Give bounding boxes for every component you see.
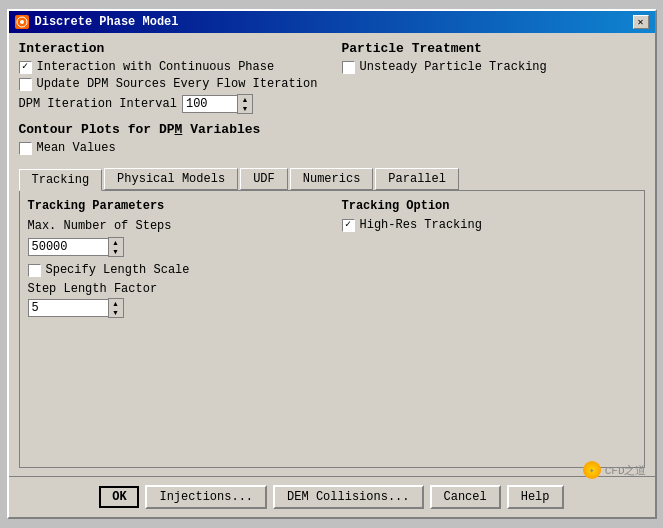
- interaction-checkbox2-label: Update DPM Sources Every Flow Iteration: [37, 77, 318, 91]
- svg-point-1: [20, 20, 24, 24]
- tracking-params: Tracking Parameters Max. Number of Steps…: [28, 199, 322, 459]
- watermark-text: CFD之道: [605, 463, 647, 478]
- dpm-iteration-row: DPM Iteration Interval ▲ ▼: [19, 94, 322, 114]
- app-icon: [15, 15, 29, 29]
- dialog-window: Discrete Phase Model ✕ Interaction Inter…: [7, 9, 657, 519]
- interaction-checkbox1-label: Interaction with Continuous Phase: [37, 60, 275, 74]
- title-bar: Discrete Phase Model ✕: [9, 11, 655, 33]
- dpm-iteration-spin-buttons: ▲ ▼: [237, 94, 253, 114]
- contour-section: Contour Plots for DPM Variables Mean Val…: [19, 122, 645, 158]
- step-length-down[interactable]: ▼: [109, 308, 123, 317]
- particle-title: Particle Treatment: [342, 41, 645, 56]
- tab-udf[interactable]: UDF: [240, 168, 288, 190]
- tab-bar: Tracking Physical Models UDF Numerics Pa…: [19, 168, 645, 190]
- step-length-input[interactable]: [28, 299, 108, 317]
- dpm-iteration-up[interactable]: ▲: [238, 95, 252, 104]
- max-steps-label: Max. Number of Steps: [28, 219, 172, 233]
- top-section: Interaction Interaction with Continuous …: [19, 41, 645, 114]
- tab-physical-models[interactable]: Physical Models: [104, 168, 238, 190]
- max-steps-input[interactable]: [28, 238, 108, 256]
- dialog-title: Discrete Phase Model: [35, 15, 179, 29]
- tracking-option-title: Tracking Option: [342, 199, 636, 213]
- contour-checkbox-row: Mean Values: [19, 141, 645, 155]
- dpm-iteration-input[interactable]: [182, 95, 237, 113]
- tracking-params-title: Tracking Parameters: [28, 199, 322, 213]
- tab-parallel[interactable]: Parallel: [375, 168, 459, 190]
- contour-title-suffix: Variables: [182, 122, 260, 137]
- injections-button[interactable]: Injections...: [145, 485, 267, 509]
- contour-title-prefix: Contour Plots for DP: [19, 122, 175, 137]
- highres-label: High-Res Tracking: [360, 218, 482, 232]
- interaction-checkbox2-row: Update DPM Sources Every Flow Iteration: [19, 77, 322, 91]
- interaction-checkbox1[interactable]: [19, 61, 32, 74]
- step-length-spin-buttons: ▲ ▼: [108, 298, 124, 318]
- step-length-spin: ▲ ▼: [28, 298, 322, 318]
- tracking-option: Tracking Option High-Res Tracking: [342, 199, 636, 459]
- max-steps-spin-buttons: ▲ ▼: [108, 237, 124, 257]
- max-steps-up[interactable]: ▲: [109, 238, 123, 247]
- interaction-checkbox2[interactable]: [19, 78, 32, 91]
- particle-checkbox1-label: Unsteady Particle Tracking: [360, 60, 547, 74]
- contour-checkbox-label: Mean Values: [37, 141, 116, 155]
- particle-checkbox1-row: Unsteady Particle Tracking: [342, 60, 645, 74]
- step-length-up[interactable]: ▲: [109, 299, 123, 308]
- particle-group: Particle Treatment Unsteady Particle Tra…: [342, 41, 645, 114]
- particle-checkbox1[interactable]: [342, 61, 355, 74]
- interaction-title: Interaction: [19, 41, 322, 56]
- tab-tracking[interactable]: Tracking: [19, 169, 103, 191]
- close-button[interactable]: ✕: [633, 15, 649, 29]
- watermark: ✦ CFD之道: [583, 461, 647, 479]
- bottom-bar: OK Injections... DEM Collisions... Cance…: [9, 476, 655, 517]
- specify-length-checkbox[interactable]: [28, 264, 41, 277]
- tabs-container: Tracking Physical Models UDF Numerics Pa…: [19, 168, 645, 468]
- step-length-label: Step Length Factor: [28, 282, 158, 296]
- help-button[interactable]: Help: [507, 485, 564, 509]
- interaction-group: Interaction Interaction with Continuous …: [19, 41, 322, 114]
- specify-length-label: Specify Length Scale: [46, 263, 190, 277]
- contour-checkbox[interactable]: [19, 142, 32, 155]
- dpm-iteration-down[interactable]: ▼: [238, 104, 252, 113]
- tab-numerics[interactable]: Numerics: [290, 168, 374, 190]
- contour-title: Contour Plots for DPM Variables: [19, 122, 645, 137]
- ok-button[interactable]: OK: [99, 486, 139, 508]
- highres-checkbox-row: High-Res Tracking: [342, 218, 636, 232]
- max-steps-down[interactable]: ▼: [109, 247, 123, 256]
- dem-button[interactable]: DEM Collisions...: [273, 485, 423, 509]
- cancel-button[interactable]: Cancel: [430, 485, 501, 509]
- tab-content-tracking: Tracking Parameters Max. Number of Steps…: [19, 190, 645, 468]
- highres-checkbox[interactable]: [342, 219, 355, 232]
- specify-length-row: Specify Length Scale: [28, 263, 322, 277]
- watermark-icon: ✦: [583, 461, 601, 479]
- dialog-content: Interaction Interaction with Continuous …: [9, 33, 655, 476]
- dpm-iteration-label: DPM Iteration Interval: [19, 97, 177, 111]
- dpm-iteration-spin: ▲ ▼: [182, 94, 253, 114]
- interaction-checkbox1-row: Interaction with Continuous Phase: [19, 60, 322, 74]
- max-steps-spin: ▲ ▼: [28, 237, 322, 257]
